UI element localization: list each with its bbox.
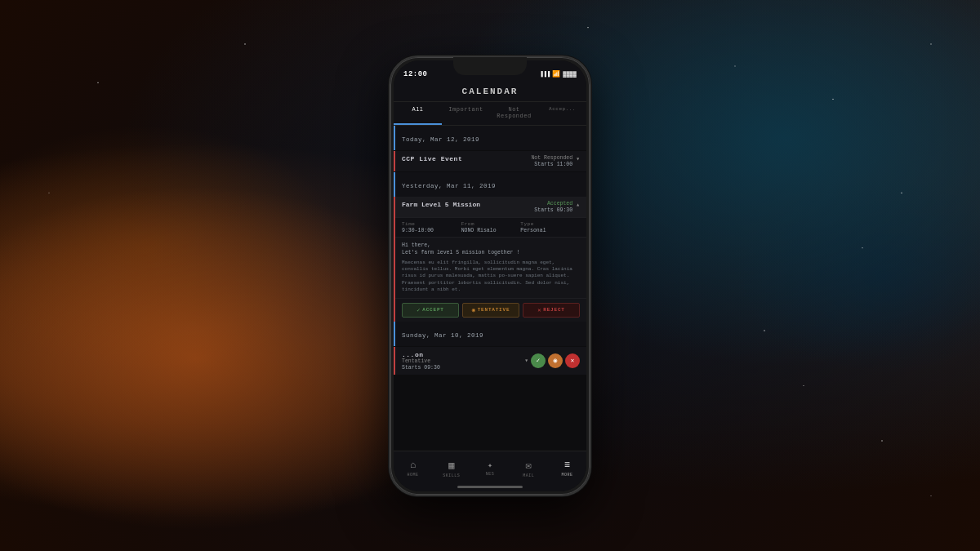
detail-time-col: Time 9:30-10:00 — [402, 221, 461, 233]
phone-frame: 12:00 ▐▐▐ 📶 ▓▓▓▓ CALENDAR All Important … — [389, 56, 591, 496]
event-status-ccp: Not Responded — [531, 155, 572, 161]
event-expanded-header[interactable]: Farm Level 5 Mission Accepted Starts 09:… — [395, 197, 586, 217]
nes-icon: ✦ — [488, 460, 492, 470]
home-icon: ⌂ — [410, 460, 416, 471]
date-text-mar11: Yesterday, Mar 11, 2019 — [402, 183, 496, 189]
more-icon: ≡ — [564, 460, 570, 471]
from-value: NONO Risalo — [461, 228, 521, 233]
tentative-label: TENTATIVE — [478, 307, 510, 313]
tab-accepted[interactable]: Accep... — [538, 102, 586, 125]
expand-icon-mar10[interactable]: ▾ — [524, 357, 528, 364]
date-header-mar12: Today, Mar 12, 2019 — [394, 126, 586, 150]
event-body: Hi there,Let's farm level 5 mission toge… — [395, 238, 586, 298]
tab-not-responded[interactable]: Not Responded — [490, 102, 538, 125]
more-label: MORE — [561, 473, 572, 478]
circle-reject-button[interactable]: ✕ — [565, 353, 580, 368]
detail-from-col: From NONO Risalo — [461, 221, 521, 233]
accept-icon: ✓ — [416, 307, 421, 313]
detail-type-col: Type Personal — [520, 221, 580, 233]
app-title: CALENDAR — [394, 87, 586, 96]
accept-button[interactable]: ✓ ACCEPT — [402, 303, 459, 318]
circle-tentative-button[interactable]: ◉ — [548, 353, 563, 368]
date-header-mar10: Sunday, Mar 10, 2019 — [394, 322, 586, 346]
event-ccp-live[interactable]: CCP Live Event Not Responded Starts 11:0… — [394, 151, 586, 171]
mail-icon: ✉ — [526, 460, 532, 472]
nav-more[interactable]: ≡ MORE — [548, 460, 586, 478]
home-bar — [457, 486, 523, 488]
app-content[interactable]: Today, Mar 12, 2019 CCP Live Event Not R… — [394, 126, 586, 449]
circle-accept-button[interactable]: ✓ — [531, 353, 546, 368]
event-status-mar10: Tentative — [402, 358, 521, 364]
collapse-icon-farm[interactable]: ▴ — [576, 201, 580, 208]
event-time-farm: Starts 09:30 — [534, 207, 572, 213]
event-time-ccp: Starts 11:00 — [534, 162, 572, 167]
circle-actions: ▾ ✓ ◉ ✕ — [521, 353, 580, 368]
nes-label: NES — [486, 472, 495, 477]
reject-icon: ✕ — [537, 307, 541, 313]
event-name-farm: Farm Level 5 Mission — [402, 201, 534, 208]
nav-skills[interactable]: ▦ SKILLS — [432, 460, 470, 478]
tentative-button[interactable]: ◉ TENTATIVE — [462, 303, 519, 318]
accept-label: ACCEPT — [422, 307, 443, 313]
skills-label: SKILLS — [443, 473, 460, 478]
filter-tabs: All Important Not Responded Accep... — [394, 102, 586, 126]
event-farm-level5: Farm Level 5 Mission Accepted Starts 09:… — [394, 197, 586, 322]
date-text-mar12: Today, Mar 12, 2019 — [402, 136, 479, 143]
reject-label: REJECT — [543, 307, 564, 313]
from-label: From — [461, 221, 521, 227]
phone-notch — [453, 57, 527, 75]
time-value: 9:30-10:00 — [402, 228, 461, 233]
battery-icon: ▓▓▓▓ — [563, 71, 577, 78]
date-text-mar10: Sunday, Mar 10, 2019 — [402, 332, 483, 339]
skills-icon: ▦ — [448, 460, 454, 472]
event-actions: ✓ ACCEPT ◉ TENTATIVE ✕ REJECT — [395, 298, 586, 322]
event-mar10[interactable]: ...on Tentative Starts 09:30 ▾ ✓ ◉ ✕ — [394, 347, 586, 375]
tentative-icon: ◉ — [472, 307, 476, 313]
wifi-icon: 📶 — [552, 70, 560, 78]
event-left-mar10: ...on Tentative Starts 09:30 — [402, 351, 521, 371]
nav-nes[interactable]: ✦ NES — [470, 460, 509, 477]
signal-icon: ▐▐▐ — [540, 71, 550, 78]
event-meta-farm: Accepted Starts 09:30 — [534, 201, 572, 213]
date-header-mar11: Yesterday, Mar 11, 2019 — [394, 172, 586, 197]
app-header: CALENDAR — [394, 83, 586, 102]
nav-mail[interactable]: ✉ MAIL — [510, 460, 548, 478]
event-name-ccp: CCP Live Event — [402, 155, 531, 162]
time-label: Time — [402, 221, 461, 227]
event-left: CCP Live Event — [402, 155, 531, 162]
event-name-mar10: ...on — [402, 351, 521, 358]
event-left-farm: Farm Level 5 Mission — [402, 201, 534, 208]
mail-label: MAIL — [523, 473, 534, 478]
event-status-farm: Accepted — [547, 201, 572, 207]
event-meta-ccp: Not Responded Starts 11:00 — [531, 155, 572, 167]
reject-button[interactable]: ✕ REJECT — [523, 303, 580, 318]
expand-icon-ccp[interactable]: ▾ — [576, 155, 580, 162]
event-body-para: Maecenas eu elit fringilla, sollicitudin… — [402, 260, 580, 294]
tab-all[interactable]: All — [394, 102, 442, 125]
type-value: Personal — [520, 228, 580, 233]
nav-home[interactable]: ⌂ HOME — [394, 460, 432, 478]
event-details-table: Time 9:30-10:00 From NONO Risalo Type Pe… — [395, 217, 586, 238]
event-body-intro: Hi there,Let's farm level 5 mission toge… — [402, 242, 580, 256]
home-label: HOME — [408, 473, 419, 478]
type-label: Type — [520, 221, 580, 227]
bottom-nav: ⌂ HOME ▦ SKILLS ✦ NES ✉ MAIL ≡ MORE — [394, 451, 586, 491]
phone-screen: 12:00 ▐▐▐ 📶 ▓▓▓▓ CALENDAR All Important … — [394, 60, 586, 491]
tab-important[interactable]: Important — [442, 102, 490, 125]
status-icons: ▐▐▐ 📶 ▓▓▓▓ — [540, 70, 577, 78]
event-time-mar10: Starts 09:30 — [402, 365, 521, 371]
status-time: 12:00 — [403, 70, 428, 78]
